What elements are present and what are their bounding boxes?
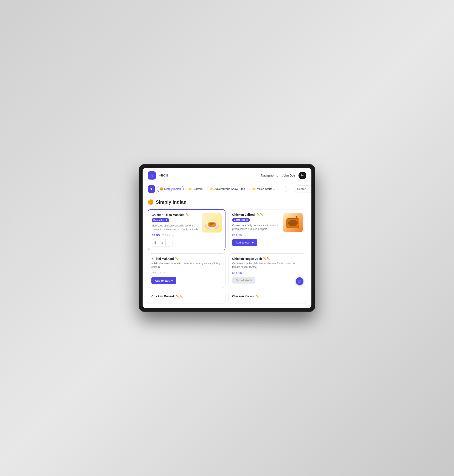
product-info: Chicken Tikka Massala ✏️ Bestseller ★ Ma…: [152, 213, 200, 246]
bestseller-badge: Bestseller ★: [152, 218, 169, 222]
add-to-cart-button-makhani[interactable]: Add to cart +: [151, 277, 176, 284]
cart-float-button[interactable]: 🛒: [296, 277, 303, 285]
tablet-screen: fu Fudli Navigation ⌄ John Doe fu ♥ 🟠: [143, 168, 311, 308]
edit-icon[interactable]: ✏️: [256, 295, 259, 298]
product-title: Chicken Tikka Massala: [152, 213, 184, 216]
header: fu Fudli Navigation ⌄ John Doe fu: [143, 168, 311, 183]
product-description: Our most popular dish: tender chicken & …: [232, 262, 303, 269]
plus-icon: +: [168, 241, 170, 245]
svg-point-5: [212, 223, 214, 224]
nav-arrows: ‹ ›: [280, 186, 292, 192]
user-avatar[interactable]: fu: [298, 171, 306, 179]
category-emoji: 🌟: [210, 187, 213, 191]
category-mixed-starters[interactable]: 🌟 Mixed Starte...: [250, 186, 278, 192]
add-to-cart-button-jalfrezi[interactable]: Add to cart +: [232, 239, 257, 246]
app-logo[interactable]: fu: [148, 171, 156, 179]
product-image-jalfrezi: [283, 213, 303, 232]
edit-icon[interactable]: ✏️: [175, 257, 179, 260]
product-card-jalfrezi: Chicken Jalfrezi ✏️✏️ Bestseller ★ Cooke…: [228, 209, 306, 250]
product-card-dansak: Chicken Dansak ✏️✏️: [148, 291, 226, 304]
search-box[interactable]: 🔍: [294, 185, 311, 193]
product-title: Chicken Dansak: [151, 295, 175, 298]
edit-icon[interactable]: ✏️: [186, 213, 189, 216]
product-title: Chicken Rogan Josh: [232, 257, 262, 260]
category-adventurous[interactable]: 🌟 Adventurous Show Bites: [207, 186, 248, 192]
decrease-qty-button[interactable]: 🗑: [152, 239, 159, 246]
page-content: 🟠 Simply Indian Chicken Tikka Massala ✏️: [143, 195, 311, 308]
next-arrow[interactable]: ›: [286, 186, 292, 192]
wishlist-icon[interactable]: ♡: [244, 233, 247, 237]
search-input[interactable]: [297, 187, 311, 191]
product-description: n tikki simmered in tomato, butter & a c…: [151, 262, 222, 269]
product-info: Chicken Jalfrezi ✏️✏️ Bestseller ★ Cooke…: [232, 213, 281, 246]
svg-rect-13: [296, 216, 297, 219]
prev-arrow[interactable]: ‹: [280, 186, 286, 192]
plus-icon: +: [171, 279, 173, 283]
wishlist-icon[interactable]: ♡: [163, 271, 166, 275]
price-row: £11.95 ♡: [232, 233, 281, 237]
price-row: £11.95 ♡: [232, 271, 303, 275]
plus-icon: +: [252, 241, 254, 245]
price: £11.95: [232, 233, 242, 237]
app-name: Fudli: [159, 173, 258, 178]
category-emoji: 🌟: [188, 187, 192, 191]
price: £8.95: [152, 233, 160, 237]
product-info: Chicken Rogan Josh ✏️✏️ Our most popular…: [232, 257, 303, 284]
old-price: £11.95: [161, 234, 170, 237]
increase-qty-button[interactable]: +: [166, 239, 173, 246]
bestseller-badge: Bestseller ★: [232, 218, 250, 222]
product-card-rogan-josh: Chicken Rogan Josh ✏️✏️ Our most popular…: [228, 253, 306, 288]
svg-point-11: [291, 223, 293, 224]
price: £11.95: [151, 271, 161, 275]
edit-icon[interactable]: ✏️✏️: [257, 213, 263, 216]
tablet-frame: fu Fudli Navigation ⌄ John Doe fu ♥ 🟠: [139, 164, 315, 312]
category-emoji: 🌟: [252, 187, 256, 191]
price: £11.95: [232, 271, 242, 275]
product-title: Chicken Korma: [232, 295, 254, 298]
svg-point-10: [293, 221, 295, 222]
heart-icon: ♥: [150, 187, 152, 191]
wishlist-icon[interactable]: ♡: [172, 233, 174, 237]
quantity-value: 1: [159, 239, 166, 246]
navigation-menu[interactable]: Navigation ⌄: [261, 174, 279, 177]
product-card-tikka-massala: Chicken Tikka Massala ✏️ Bestseller ★ Ma…: [148, 209, 226, 250]
product-grid: Chicken Tikka Massala ✏️ Bestseller ★ Ma…: [148, 209, 306, 304]
price-row: £8.95 £11.95 ♡: [152, 233, 200, 237]
section-title: 🟠 Simply Indian: [148, 199, 306, 205]
svg-point-4: [210, 223, 212, 225]
user-name: John Doe: [282, 174, 295, 177]
category-bar: ♥ 🟠 Simply Indian 🌟 Starters 🌟 Adventuro…: [143, 183, 311, 195]
price-row: £11.95 ♡: [151, 271, 222, 275]
product-card-korma: Chicken Korma ✏️: [228, 291, 306, 304]
product-description: Cooked in a fairly hot sauce with onions…: [232, 224, 281, 231]
svg-point-9: [290, 221, 292, 223]
section-emoji: 🟠: [148, 199, 154, 205]
product-card-makhani: n Tikki Makhani ✏️ n tikki simmered in t…: [148, 253, 226, 288]
chevron-down-icon: ⌄: [276, 174, 279, 177]
product-title: Chicken Jalfrezi: [232, 213, 255, 216]
out-of-stock-button: Out of stock: [232, 277, 255, 283]
svg-point-8: [288, 220, 298, 226]
product-description: Marinated chicken cooked in almonds, cre…: [152, 224, 200, 231]
wishlist-icon[interactable]: ♡: [244, 271, 247, 275]
favorites-button[interactable]: ♥: [148, 185, 155, 193]
minus-icon: 🗑: [154, 241, 157, 245]
category-emoji: 🟠: [159, 187, 163, 191]
product-title: n Tikki Makhani: [151, 257, 174, 260]
product-image-tikka: [202, 213, 222, 232]
product-info: n Tikki Makhani ✏️ n tikki simmered in t…: [151, 257, 222, 284]
edit-icon[interactable]: ✏️✏️: [263, 257, 270, 260]
category-simply-indian[interactable]: 🟠 Simply Indian: [157, 186, 184, 192]
svg-point-12: [294, 223, 296, 224]
nav-user-area: Navigation ⌄ John Doe fu: [261, 171, 306, 179]
category-starters[interactable]: 🌟 Starters: [185, 186, 205, 192]
edit-icon[interactable]: ✏️✏️: [176, 295, 183, 298]
quantity-control: 🗑 1 +: [152, 239, 173, 246]
cart-icon: 🛒: [297, 279, 302, 283]
